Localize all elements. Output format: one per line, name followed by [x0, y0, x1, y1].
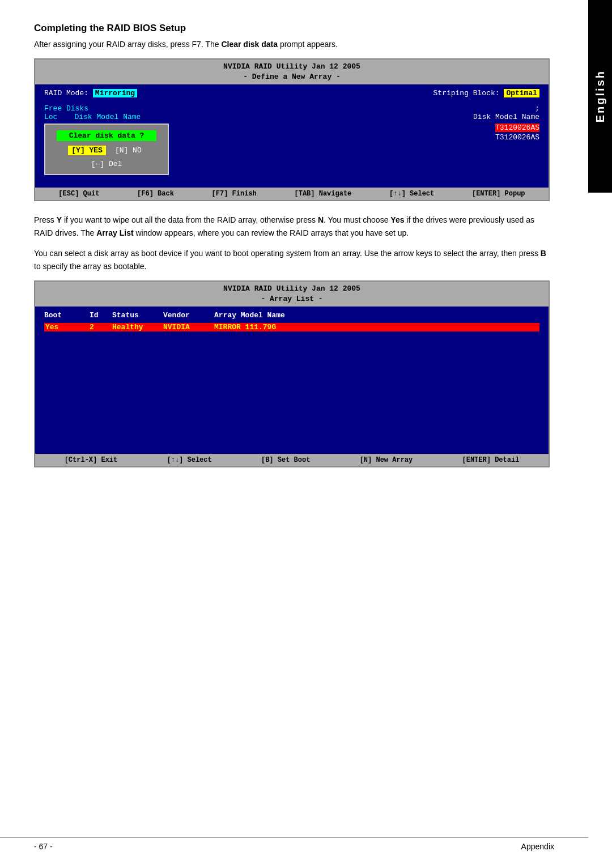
- col-header-status: Status: [112, 311, 163, 320]
- status-select-2[interactable]: [↑↓] Select: [167, 456, 212, 464]
- disk-entry-2: T3120026AS: [495, 133, 539, 142]
- row-status: Healthy: [112, 323, 163, 331]
- free-disks-label: Free Disks: [44, 104, 141, 113]
- body-paragraph-1: Press Y if you want to wipe out all the …: [34, 214, 550, 239]
- intro-bold: Clear disk data: [221, 40, 278, 49]
- page-number: - 67 -: [34, 842, 53, 851]
- striping-block-label: Striping Block:: [434, 89, 500, 97]
- row-vendor: NVIDIA: [163, 323, 214, 331]
- disk-model-label: Disk Model Name: [74, 113, 141, 121]
- array-disks-section: ; Disk Model Name: [473, 104, 539, 121]
- array-disks-label: ;: [535, 104, 539, 113]
- popup-del: [←] Del: [57, 160, 156, 168]
- array-disk-model-label: Disk Model Name: [473, 113, 539, 121]
- appendix-label: Appendix: [521, 842, 554, 851]
- popup-yes[interactable]: [Y] YES: [68, 146, 106, 155]
- status-tab[interactable]: [TAB] Navigate: [295, 190, 352, 198]
- bios-title-line2: - Define a New Array -: [35, 72, 549, 82]
- bios-title-line1: NVIDIA RAID Utility Jan 12 2005: [35, 62, 549, 72]
- body-paragraph-2: You can select a disk array as boot devi…: [34, 247, 550, 273]
- section-heading: Completing the RAID BIOS Setup: [34, 23, 550, 34]
- intro-text-before: After assigning your RAID array disks, p…: [34, 40, 221, 49]
- col-header-vendor: Vendor: [163, 311, 214, 320]
- row-id: 2: [90, 323, 112, 331]
- popup-title: Clear disk data ?: [57, 130, 156, 141]
- bios-body-1: RAID Mode: Mirroring Striping Block: Opt…: [35, 84, 549, 188]
- status-enter-1[interactable]: [ENTER] Popup: [472, 190, 525, 198]
- intro-text-after: prompt appears.: [278, 40, 338, 49]
- bios-screenshot-1: NVIDIA RAID Utility Jan 12 2005 - Define…: [34, 58, 550, 201]
- intro-paragraph: After assigning your RAID array disks, p…: [34, 39, 550, 50]
- status-f7[interactable]: [F7] Finish: [212, 190, 257, 198]
- free-disks-section: Free Disks Loc Disk Model Name: [44, 104, 141, 121]
- status-f6[interactable]: [F6] Back: [137, 190, 174, 198]
- bios-mode-line: RAID Mode: Mirroring Striping Block: Opt…: [44, 89, 539, 97]
- bios-statusbar-1: [ESC] Quit [F6] Back [F7] Finish [TAB] N…: [35, 188, 549, 200]
- col-header-id: Id: [90, 311, 112, 320]
- english-label: English: [594, 70, 607, 122]
- bios-striping-block: Striping Block: Optimal: [434, 89, 539, 97]
- disk-entries: T3120026AS T3120026AS: [495, 124, 539, 142]
- col-header-boot: Boot: [44, 311, 90, 320]
- status-esc[interactable]: [ESC] Quit: [58, 190, 99, 198]
- bios-raid-mode: RAID Mode: Mirroring: [44, 89, 137, 97]
- english-tab: English: [588, 0, 612, 193]
- page-footer: - 67 - Appendix: [0, 837, 588, 851]
- popup-area: Clear disk data ? [Y] YES [N] NO [←] Del…: [44, 124, 539, 175]
- status-ctrlx[interactable]: [Ctrl-X] Exit: [65, 456, 118, 464]
- row-name: MIRROR 111.79G: [214, 323, 539, 331]
- bios-title-bar-2: NVIDIA RAID Utility Jan 12 2005 - Array …: [35, 282, 549, 307]
- popup-dialog: Clear disk data ? [Y] YES [N] NO [←] Del: [44, 124, 169, 175]
- array-table-row: Yes 2 Healthy NVIDIA MIRROR 111.79G: [44, 323, 539, 331]
- popup-options: [Y] YES [N] NO: [57, 146, 156, 155]
- status-setboot[interactable]: [B] Set Boot: [261, 456, 310, 464]
- bios2-title-line2: - Array List -: [35, 294, 549, 304]
- striping-block-value: Optimal: [504, 89, 539, 97]
- bios-statusbar-2: [Ctrl-X] Exit [↑↓] Select [B] Set Boot […: [35, 454, 549, 466]
- bios2-title-line1: NVIDIA RAID Utility Jan 12 2005: [35, 284, 549, 294]
- status-select-1[interactable]: [↑↓] Select: [389, 190, 434, 198]
- main-content: Completing the RAID BIOS Setup After ass…: [0, 0, 612, 514]
- status-enter-2[interactable]: [ENTER] Detail: [462, 456, 520, 464]
- row-boot: Yes: [44, 323, 90, 331]
- bios-array-body: Boot Id Status Vendor Array Model Name Y…: [35, 307, 549, 454]
- free-disks-cols: Loc Disk Model Name: [44, 113, 141, 121]
- disk-entry-1: T3120026AS: [495, 124, 539, 132]
- bios-screenshot-2: NVIDIA RAID Utility Jan 12 2005 - Array …: [34, 280, 550, 467]
- clear-disk-popup: Clear disk data ? [Y] YES [N] NO [←] Del: [44, 124, 169, 175]
- free-disks-row: Free Disks Loc Disk Model Name ; Disk Mo…: [44, 104, 539, 121]
- popup-no[interactable]: [N] NO: [112, 146, 145, 155]
- status-newarray[interactable]: [N] New Array: [360, 456, 413, 464]
- col-header-name: Array Model Name: [214, 311, 539, 320]
- array-table-header: Boot Id Status Vendor Array Model Name: [44, 311, 539, 320]
- bios-title-bar-1: NVIDIA RAID Utility Jan 12 2005 - Define…: [35, 59, 549, 84]
- loc-label: Loc: [44, 113, 57, 121]
- raid-mode-label: RAID Mode:: [44, 89, 88, 97]
- raid-mode-value: Mirroring: [93, 89, 137, 97]
